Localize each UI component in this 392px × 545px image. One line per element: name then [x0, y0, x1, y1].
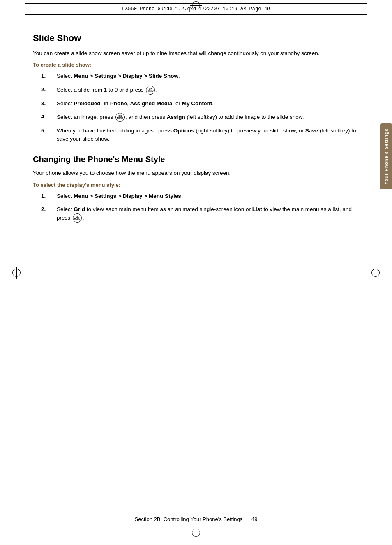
- step-1-4-content: Select an image, press , and then press …: [57, 113, 359, 122]
- top-rule-right: [334, 21, 367, 21]
- step-2-2: 2. Select Grid to view each main menu it…: [41, 205, 359, 223]
- menu-ok-icon-3: [73, 213, 82, 223]
- section1-title: Slide Show: [33, 33, 359, 44]
- step-1-1: 1. Select Menu > Settings > Display > Sl…: [41, 72, 359, 80]
- section2-instruction-label: To select the display's menu style:: [33, 182, 359, 188]
- crosshair-top-center: [192, 1, 200, 9]
- step-2-1-number: 1.: [41, 192, 53, 200]
- crosshair-right-mid: [371, 269, 380, 277]
- step-2-1-bold: Menu > Settings > Display > Menu Styles: [74, 193, 181, 199]
- step-2-2-number: 2.: [41, 205, 53, 213]
- step-1-3: 3. Select Preloaded, In Phone, Assigned …: [41, 100, 359, 108]
- section2-intro: Your phone allows you to choose how the …: [33, 169, 359, 177]
- step-1-3-bold2: In Phone: [104, 100, 127, 107]
- sidebar-tab-label: Your Phone's Settings: [384, 128, 389, 184]
- step-2-1-content: Select Menu > Settings > Display > Menu …: [57, 192, 359, 200]
- step-1-5-content: When you have finished adding images , p…: [57, 127, 359, 144]
- step-2-2-bold1: Grid: [74, 206, 85, 212]
- crosshair-bottom-center: [192, 529, 200, 537]
- section2-title: Changing the Phone's Menu Style: [33, 155, 359, 164]
- page: LX550_Phone Guide_1.2.qxd 1/22/07 10:19 …: [0, 0, 392, 545]
- top-rule-left: [25, 21, 58, 21]
- step-1-5-number: 5.: [41, 127, 53, 135]
- step-1-1-number: 1.: [41, 72, 53, 80]
- section1-intro: You can create a slide show screen saver…: [33, 49, 359, 58]
- menu-ok-icon-2: [115, 113, 125, 122]
- step-1-3-content: Select Preloaded, In Phone, Assigned Med…: [57, 100, 359, 108]
- main-content: Slide Show You can create a slide show s…: [33, 25, 359, 512]
- step-1-3-bold1: Preloaded: [74, 100, 100, 107]
- bottom-rule-left: [25, 524, 58, 524]
- footer-divider: [33, 514, 359, 514]
- step-2-2-content: Select Grid to view each main menu item …: [57, 205, 359, 223]
- menu-ok-icon-1: [146, 86, 155, 95]
- footer-text: Section 2B: Controlling Your Phone's Set…: [135, 516, 243, 522]
- bottom-rule-right: [334, 524, 367, 524]
- section1-steps: 1. Select Menu > Settings > Display > Sl…: [41, 72, 359, 143]
- footer-page: 49: [251, 516, 257, 522]
- step-2-1: 1. Select Menu > Settings > Display > Me…: [41, 192, 359, 200]
- step-2-2-bold2: List: [252, 206, 262, 212]
- step-1-2-content: Select a slide from 1 to 9 and press .: [57, 86, 359, 95]
- step-1-2: 2. Select a slide from 1 to 9 and press …: [41, 86, 359, 95]
- section2-steps: 1. Select Menu > Settings > Display > Me…: [41, 192, 359, 223]
- crosshair-left-mid: [12, 269, 21, 277]
- step-1-4-bold: Assign: [167, 114, 185, 120]
- step-1-1-content: Select Menu > Settings > Display > Slide…: [57, 72, 359, 80]
- step-1-4-number: 4.: [41, 113, 53, 121]
- step-1-5-bold1: Options: [173, 128, 194, 134]
- step-1-2-number: 2.: [41, 86, 53, 94]
- step-1-3-bold4: My Content: [182, 100, 212, 107]
- step-1-4: 4. Select an image, press , and then pre…: [41, 113, 359, 122]
- footer: Section 2B: Controlling Your Phone's Set…: [33, 516, 359, 522]
- step-1-5: 5. When you have finished adding images …: [41, 127, 359, 144]
- step-1-3-bold3: Assigned Media: [130, 100, 173, 107]
- section1-instruction-label: To create a slide show:: [33, 62, 359, 68]
- step-1-5-bold2: Save: [305, 128, 318, 134]
- sidebar-tab: Your Phone's Settings: [380, 123, 392, 189]
- step-1-1-bold: Menu > Settings > Display > Slide Show: [74, 73, 178, 79]
- step-1-3-number: 3.: [41, 100, 53, 108]
